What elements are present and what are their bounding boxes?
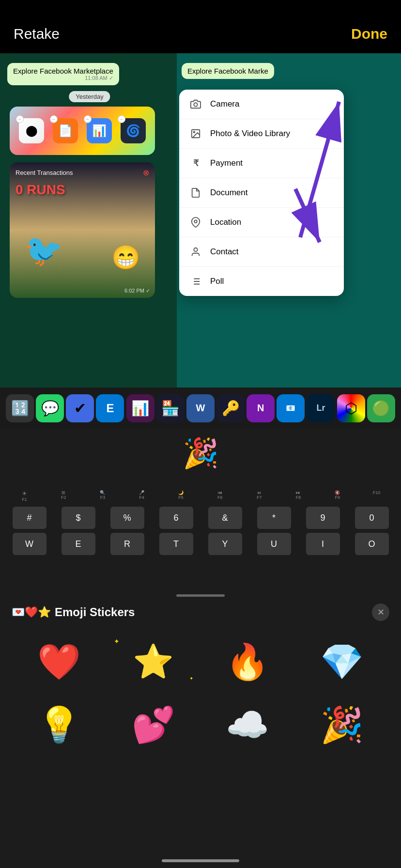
camera-icon <box>189 97 202 111</box>
key-0[interactable]: 0 <box>355 507 389 529</box>
key-ampersand[interactable]: & <box>208 507 242 529</box>
fn-key-f6[interactable]: ⏮F6 <box>213 490 227 502</box>
svg-point-2 <box>193 131 195 133</box>
sticker-fire[interactable]: 🔥 <box>203 633 293 691</box>
delete-badge-toshi: − <box>118 115 125 123</box>
menu-item-document[interactable]: Document <box>179 178 344 208</box>
screenshot-area: Explore Facebook Marketplace 11:08 AM ✓ … <box>0 53 401 388</box>
key-dollar[interactable]: $ <box>62 507 95 529</box>
photo-video-label: Photo & Video Library <box>210 129 290 139</box>
sticker-red-heart[interactable]: ❤️ <box>15 633 104 691</box>
home-indicator <box>162 859 239 862</box>
poll-icon <box>189 275 202 288</box>
key-w[interactable]: W <box>13 533 46 555</box>
dock-icon-unknown[interactable]: 🟢 <box>367 394 395 422</box>
sticker-diamond[interactable]: 💎 <box>297 633 387 691</box>
dock-icon-slack[interactable]: 📊 <box>126 394 154 422</box>
menu-item-poll[interactable]: Poll <box>179 267 344 296</box>
key-e[interactable]: E <box>62 533 95 555</box>
app-icon-payoneer: − ⬤ <box>19 118 44 143</box>
menu-item-location[interactable]: Location <box>179 208 344 237</box>
location-icon <box>189 216 202 229</box>
menu-item-camera[interactable]: Camera <box>179 90 344 119</box>
sticker-bulb[interactable]: 💡 <box>15 696 104 754</box>
dock-icon-lightroom[interactable]: Lr <box>307 394 335 422</box>
bubble-text-right: Explore Facebook Marke <box>187 67 268 75</box>
runs-text: 0 RUNS <box>15 182 149 198</box>
dock-icon-appstore[interactable]: 🏪 <box>156 394 185 422</box>
dropdown-menu: Camera Photo & Video Library ₹ Payment <box>179 90 344 296</box>
dock-icon-spectacle[interactable]: ⬡ <box>337 394 365 422</box>
retake-button[interactable]: Retake <box>14 26 60 42</box>
dock-icon-grid[interactable]: 🔢 <box>6 394 34 422</box>
letter-row: W E R T Y U I O <box>5 532 396 556</box>
key-u[interactable]: U <box>257 533 291 555</box>
app-icon-toshi: − 🌀 <box>121 118 146 143</box>
key-9[interactable]: 9 <box>306 507 340 529</box>
keyboard-bg: 🎉 ☀F1 ⊞F2 🔍F3 🎤F4 🌙F5 ⏮F6 ⏯F7 ⏭F8 🔇F9 F1… <box>0 429 401 589</box>
fn-key-f3[interactable]: 🔍F3 <box>95 490 110 502</box>
dock: 🔢 💬 ✔ E 📊 🏪 W 🔑 N 📧 Lr ⬡ 🟢 <box>0 388 401 429</box>
contact-label: Contact <box>210 247 239 257</box>
key-o[interactable]: O <box>355 533 389 555</box>
dock-icon-1password[interactable]: 🔑 <box>216 394 245 422</box>
key-t[interactable]: T <box>159 533 193 555</box>
payment-label: Payment <box>210 158 243 168</box>
menu-item-photo-video[interactable]: Photo & Video Library <box>179 119 344 149</box>
poll-label: Poll <box>210 277 224 286</box>
dock-icon-edge[interactable]: E <box>96 394 124 422</box>
sticker-cloud[interactable]: ☁️ <box>203 696 293 754</box>
dock-icon-word[interactable]: W <box>186 394 215 422</box>
fn-key-f9[interactable]: 🔇F9 <box>330 490 345 502</box>
location-label: Location <box>210 217 241 227</box>
fn-key-f2[interactable]: ⊞F2 <box>56 490 71 502</box>
dock-icon-onenote[interactable]: N <box>247 394 275 422</box>
dock-icon-outlook[interactable]: 📧 <box>277 394 305 422</box>
sticker-grid: ❤️ ⭐ ✦ ✦ 🔥 💎 💡 💕 ☁️ 🎉 <box>0 628 401 759</box>
payment-icon: ₹ <box>189 156 202 170</box>
dock-icon-whatsapp[interactable]: 💬 <box>36 394 64 422</box>
fn-key-f1[interactable]: ☀F1 <box>17 490 31 502</box>
key-6[interactable]: 6 <box>159 507 193 529</box>
key-asterisk[interactable]: * <box>257 507 291 529</box>
app-icons-container: − ⬤ − 📄 − 📊 − 🌀 <box>10 107 155 155</box>
bird-emoji: 🐦 <box>24 232 63 269</box>
app-icon-pages: − 📄 <box>53 118 78 143</box>
dock-icon-check[interactable]: ✔ <box>66 394 94 422</box>
key-hash[interactable]: # <box>13 507 46 529</box>
close-button[interactable]: ✕ <box>372 604 389 621</box>
grin-emoji: 😁 <box>111 244 140 271</box>
key-y[interactable]: Y <box>208 533 242 555</box>
sticker-party[interactable]: 🎉 <box>297 696 387 754</box>
top-bar: Retake Done <box>0 0 401 53</box>
date-label: Yesterday <box>69 91 110 102</box>
camera-label: Camera <box>210 99 239 109</box>
key-percent[interactable]: % <box>110 507 144 529</box>
document-label: Document <box>210 188 247 198</box>
key-i[interactable]: I <box>306 533 340 555</box>
svg-point-4 <box>194 248 197 251</box>
delete-badge-payoneer: − <box>16 115 24 123</box>
sticker-hearts[interactable]: 💕 <box>109 696 199 754</box>
sticker-star[interactable]: ⭐ ✦ ✦ <box>109 633 199 691</box>
left-panel: Explore Facebook Marketplace 11:08 AM ✓ … <box>0 53 179 388</box>
right-panel: Explore Facebook Marke Camera <box>177 53 401 388</box>
bubble-text-left: Explore Facebook Marketplace <box>13 67 113 75</box>
fn-key-f7[interactable]: ⏯F7 <box>252 490 266 502</box>
emoji-stickers-header: 💌❤️⭐ Emoji Stickers ✕ <box>0 597 401 628</box>
bottom-sheet: 💌❤️⭐ Emoji Stickers ✕ ❤️ ⭐ ✦ ✦ 🔥 💎 💡 💕 ☁… <box>0 589 401 868</box>
party-popper-emoji: 🎉 <box>183 436 219 470</box>
menu-item-payment[interactable]: ₹ Payment <box>179 149 344 178</box>
menu-item-contact[interactable]: Contact <box>179 237 344 267</box>
done-button[interactable]: Done <box>351 26 387 42</box>
photo-video-icon <box>189 127 202 140</box>
delete-badge-pages: − <box>50 115 58 123</box>
chat-bubble-right: Explore Facebook Marke <box>182 63 274 79</box>
fn-key-f5[interactable]: 🌙F5 <box>174 490 188 502</box>
fn-key-f10[interactable]: F10 <box>370 490 384 502</box>
key-r[interactable]: R <box>110 533 144 555</box>
fn-key-f8[interactable]: ⏭F8 <box>291 490 306 502</box>
document-icon <box>189 186 202 200</box>
delete-badge-keynote: − <box>84 115 92 123</box>
fn-key-f4[interactable]: 🎤F4 <box>135 490 149 502</box>
